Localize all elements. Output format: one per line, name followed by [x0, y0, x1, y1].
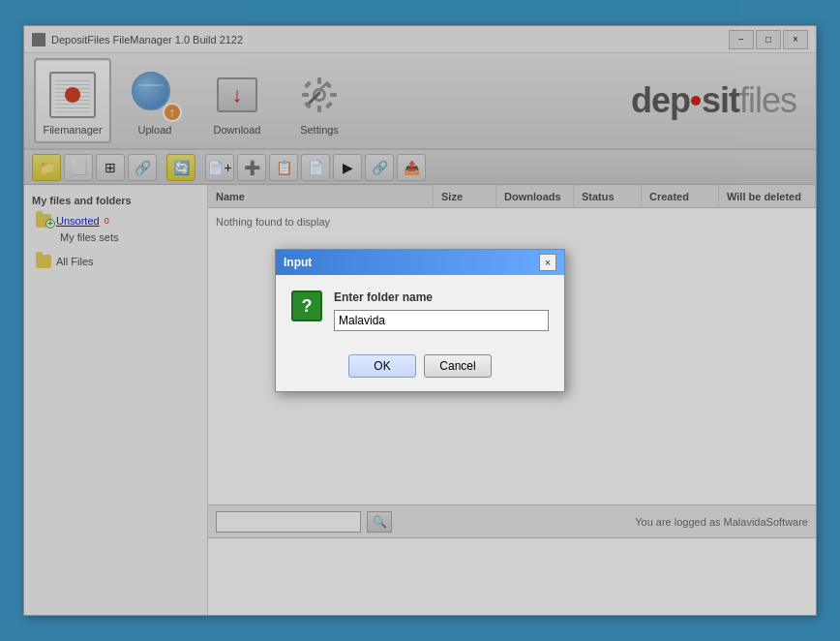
folder-name-input[interactable] — [334, 310, 549, 331]
modal-prompt: Enter folder name — [334, 290, 549, 304]
modal-overlay: Input × ? Enter folder name OK Cancel — [0, 0, 840, 641]
modal-buttons: OK Cancel — [276, 347, 564, 391]
modal-close-button[interactable]: × — [539, 254, 556, 271]
modal-input-area: Enter folder name — [334, 290, 549, 331]
modal-title: Input — [284, 256, 312, 269]
question-icon: ? — [291, 290, 322, 321]
modal-body: ? Enter folder name — [276, 275, 564, 347]
cancel-button[interactable]: Cancel — [424, 354, 492, 378]
modal-title-bar: Input × — [276, 250, 564, 275]
modal-content-row: ? Enter folder name — [291, 290, 549, 331]
input-dialog: Input × ? Enter folder name OK Cancel — [275, 249, 565, 392]
ok-button[interactable]: OK — [348, 354, 416, 378]
